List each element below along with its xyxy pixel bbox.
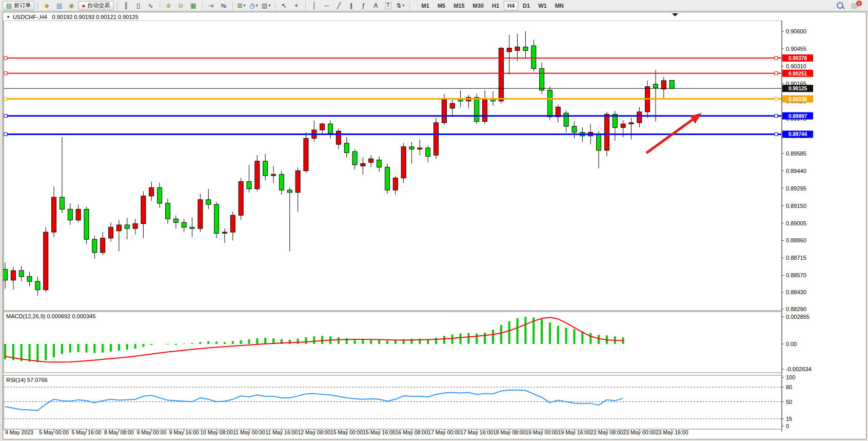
equidistant-channel-button[interactable]: ∥: [346, 1, 357, 10]
timeframe-d1-button[interactable]: D1: [519, 1, 534, 10]
trendline-button[interactable]: ╱: [333, 1, 345, 10]
time-tick-label: 15 May 00:00: [330, 429, 363, 435]
rsi-axis-label: 100: [786, 374, 795, 380]
price-tag-label: 0.90378: [788, 55, 807, 61]
hline-handle-left[interactable]: [4, 72, 7, 75]
hline-handle-right[interactable]: [775, 114, 778, 118]
line-chart-button[interactable]: ∿: [145, 1, 156, 10]
chart-shift-marker[interactable]: [672, 13, 678, 16]
chart-shift-button[interactable]: ↹: [218, 1, 229, 10]
auto-scroll-icon: ⇥: [209, 3, 214, 9]
chart-ohlc-values: 0.90192 0.90193 0.90121 0.90125: [52, 14, 139, 20]
time-axis[interactable]: 4 May 20235 May 00:005 May 16:008 May 08…: [5, 429, 688, 435]
candle-down: [426, 148, 430, 156]
candle-up: [198, 200, 203, 228]
zoom-in-icon: ⊕: [166, 3, 171, 9]
hline-handle-left[interactable]: [4, 98, 7, 101]
indicators-button[interactable]: ⊞▾: [236, 1, 247, 10]
candle-down: [547, 90, 552, 117]
candle-up: [507, 48, 511, 52]
price-tick-label: 0.89295: [786, 185, 806, 191]
time-tick-label: 23 May 16:00: [656, 429, 688, 435]
time-tick-label: 19 May 00:00: [525, 429, 558, 435]
timeframe-m15-button[interactable]: M15: [450, 1, 468, 10]
periods-caret-icon: ▾: [256, 3, 258, 8]
equidistant-channel-icon: ∥: [350, 3, 353, 9]
chart-title[interactable]: ▼ USDCHF-,H4 0.90192 0.90193 0.90121 0.9…: [6, 13, 139, 21]
chart-canvas[interactable]: 0.906000.904550.903100.901650.900200.898…: [3, 21, 866, 439]
candle-up: [141, 196, 146, 224]
templates-button[interactable]: ▧▾: [261, 1, 272, 10]
hline-handle-left[interactable]: [4, 132, 7, 136]
timeframe-m5-button[interactable]: M5: [434, 1, 449, 10]
timeframe-m30-button[interactable]: M30: [469, 1, 487, 10]
tile-windows-button[interactable]: ▦: [188, 1, 199, 10]
chart-window: ▼ USDCHF-,H4 0.90192 0.90193 0.90121 0.9…: [3, 12, 866, 439]
hline-handle-right[interactable]: [775, 56, 778, 60]
hline-handle-right[interactable]: [775, 132, 778, 136]
signals-button[interactable]: ◉: [66, 1, 77, 10]
timeframe-w1-button[interactable]: W1: [535, 1, 550, 10]
timeframe-mn-button[interactable]: MN: [551, 1, 567, 10]
price-tick-label: 0.88430: [786, 289, 806, 295]
chart-profile-button[interactable]: ▥: [53, 1, 65, 10]
zoom-out-icon: ⊖: [179, 3, 184, 9]
price-tag-label: 0.90125: [788, 86, 807, 91]
candle-down: [654, 84, 658, 88]
candle-down: [540, 69, 544, 90]
horizontal-line-button[interactable]: ─: [321, 1, 332, 10]
autotrading-button[interactable]: ●自动交易: [78, 1, 113, 10]
candle-down: [287, 190, 292, 193]
hline-handle-right[interactable]: [775, 98, 778, 101]
timeframe-h1-button[interactable]: H1: [488, 1, 503, 10]
periods-button[interactable]: ◷▾: [248, 1, 260, 10]
vertical-line-button[interactable]: │: [309, 1, 320, 10]
candle-down: [328, 124, 333, 133]
timeframe-m1-button[interactable]: M1: [418, 1, 433, 10]
search-button[interactable]: [835, 1, 845, 11]
notifications-button[interactable]: 1: [851, 1, 862, 11]
symbol-dropdown-icon[interactable]: ▼: [6, 15, 10, 20]
toolbar-separator: [160, 2, 160, 10]
text-label-button[interactable]: T: [383, 1, 394, 10]
time-tick-label: 11 May 16:00: [265, 429, 298, 435]
candle-up: [401, 147, 406, 178]
crosshair-button[interactable]: +: [291, 1, 302, 10]
candlestick-chart-button[interactable]: ▯: [133, 1, 144, 10]
hline-handle-right[interactable]: [775, 72, 778, 75]
toolbar-separator: [117, 2, 117, 10]
candle-down: [182, 222, 186, 227]
cursor-button[interactable]: ↖: [279, 1, 290, 10]
timeframe-h4-button[interactable]: H4: [504, 1, 518, 10]
candle-up: [304, 138, 308, 170]
fibonacci-button[interactable]: ƒ: [358, 1, 369, 10]
tile-windows-icon: ▦: [190, 3, 196, 9]
candle-down: [247, 182, 251, 189]
text-label-icon: T: [385, 2, 391, 9]
candle-up: [52, 197, 56, 232]
hline-handle-left[interactable]: [4, 114, 7, 118]
metaeditor-button[interactable]: ◆: [41, 1, 52, 10]
candlestick-chart-icon: ▯: [136, 3, 140, 9]
zoom-in-button[interactable]: ⊕: [163, 1, 174, 10]
candle-down: [531, 46, 536, 68]
price-tick-label: 0.90600: [786, 28, 806, 34]
candle-up: [116, 225, 121, 231]
new-order-button[interactable]: ▤新订单: [3, 1, 34, 10]
candle-up: [369, 159, 373, 162]
notification-badge: 1: [856, 1, 862, 6]
hline-handle-left[interactable]: [4, 56, 7, 60]
auto-scroll-button[interactable]: ⇥: [206, 1, 217, 10]
bar-chart-button[interactable]: ║: [121, 1, 132, 10]
candle-up: [434, 123, 439, 155]
new-order-icon: ▤: [6, 3, 12, 9]
zoom-out-button[interactable]: ⊖: [175, 1, 187, 10]
candle-up: [255, 161, 260, 189]
text-button[interactable]: A: [370, 1, 382, 10]
arrows-button[interactable]: ⇅▾: [395, 1, 406, 10]
price-tag-label: 0.89897: [788, 113, 807, 119]
price-tick-label: 0.90455: [786, 46, 806, 52]
candle-down: [27, 277, 32, 281]
chart-profile-icon: ▥: [56, 3, 62, 9]
toolbar-separator: [232, 2, 233, 10]
